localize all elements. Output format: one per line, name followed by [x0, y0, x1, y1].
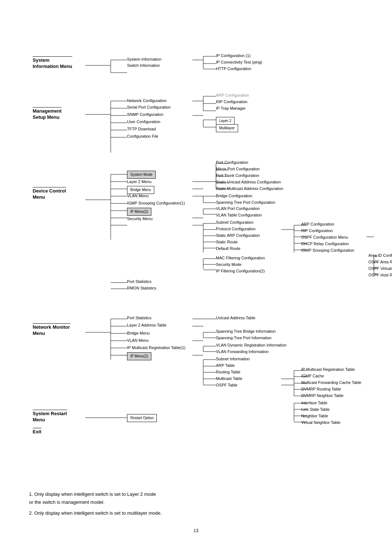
ospf-table-node: OSPF Table	[216, 382, 237, 388]
ospf-area-range-node: OSPF Area Range Configuration	[368, 259, 392, 265]
configuration-file-node: Configuration File	[127, 134, 158, 139]
protocol-configuration-node: Protocol Configuration	[216, 226, 256, 232]
mac-filtering-node: MAC Filtering Configuration	[216, 255, 265, 261]
port-stats-dc-area: Port Statistics	[127, 279, 151, 284]
subnet-information-node: Subnet Information	[216, 356, 250, 362]
user-configuration-node: User Configuration	[127, 119, 160, 125]
ip-menu2-dc-node: IP Menu(2)	[127, 208, 151, 216]
ip-trap-manager-node: IP Trap Manager	[216, 106, 246, 111]
spanning-tree-bridge-info-node: Spanning Tree Bridge Information	[216, 329, 276, 334]
igmp-snooping-config-node: IGMP Snooping Configuration	[301, 248, 354, 253]
ip-multicast-reg-table-node: IP Multicast Registration Table	[301, 367, 355, 372]
multilayer-box-node: Multilayer	[216, 124, 238, 132]
dvmrp-neighbor-table-node: DVMRP Neighbor Table	[301, 393, 343, 398]
http-configuration-node: HTTP Configuration	[216, 66, 251, 72]
system-mode-node: System Mode	[127, 171, 156, 179]
snmp-communities-node: RIP Configuration	[216, 99, 248, 105]
routing-table-node: Routing Table	[216, 369, 240, 375]
ospf-host-route-node: OSPF Host Route Configuration	[368, 272, 392, 278]
ip-menu2-nm-node: IP Menu(2)	[127, 352, 151, 360]
system-information-node: System Information	[127, 57, 162, 62]
neighbor-table-node: Neighbor Table	[301, 413, 328, 419]
vlan-forwarding-info-node: VLAN Forwarding Information	[216, 349, 269, 355]
bridge-configuration-node: Bridge Configuration	[216, 193, 252, 199]
layer2-box-node: Layer 2	[216, 117, 234, 125]
svg-line-76	[192, 203, 216, 276]
tftp-download-node: TFTP Download	[127, 126, 156, 132]
security-menu-node: Security Menu	[127, 216, 152, 222]
static-unicast-address-node: Static Unicast Address Configuration	[216, 179, 281, 185]
vlan-dynamic-reg-node: VLAN Dynamic Registration Information	[216, 343, 286, 348]
diagram: System Information Menu ManagementSetup …	[15, 22, 377, 487]
vlan-table-configuration-node: VLAN Table Configuration	[216, 212, 262, 218]
spanning-tree-port-info-node: Spanning Tree Port Information	[216, 335, 271, 341]
page: System Information Menu ManagementSetup …	[0, 0, 392, 555]
spanning-tree-port-config-node: Spanning Tree Port Configuration	[216, 200, 275, 205]
security-mode-node: Security Mode	[216, 262, 241, 267]
serial-port-configuration-node: Serial Port Configuration	[127, 105, 171, 110]
area-id-configuration-node: Area ID Configuration	[368, 253, 392, 258]
static-multicast-address-node: Static Multicast Address Configuration	[216, 186, 283, 191]
virtual-neighbor-table-node: Virtual Neighbor Table	[301, 420, 340, 425]
switch-information-node: Switch Information	[127, 63, 160, 68]
ip-filtering-node: IP Filtering Configuration(2)	[216, 268, 265, 274]
port-configuration-node: Port Configuration	[216, 160, 248, 165]
subnet-configuration-node: Subnet Configuration	[216, 220, 253, 225]
igmp-cache-node: IGMP Cache	[301, 373, 324, 379]
page-number: 13	[15, 528, 377, 533]
ip-configuration-node: IP Configuration (1)	[216, 53, 250, 58]
footnote-2: 2. Only display when intelligent switch …	[29, 509, 377, 517]
static-route-node: Static Route	[216, 239, 238, 245]
bridge-menu-dc-node: Bridge Menu	[127, 186, 154, 194]
port-trunk-configuration-node: Port Trunk Configuration	[216, 173, 259, 178]
interface-table-node: Interface Table	[301, 400, 327, 406]
rmon-stats-node: RMON Statistics	[127, 285, 156, 291]
vlan-menu-nm-node: VLAN Menu	[127, 338, 148, 343]
link-state-table-node: Link State Table	[301, 407, 330, 412]
vlan-menu-dc-node: VLAN Menu	[127, 193, 148, 199]
ospf-virtual-link-node: OSPF Virtual Link Configuration	[368, 266, 392, 271]
arp-table-node: ARP Table	[216, 363, 235, 368]
igmp-snooping-node: IGMP Snooping Configuration(1)	[127, 200, 185, 206]
ospf-config-menu-node: OSPF Configuration Menu	[301, 235, 348, 240]
network-configuration-node: Network Configuration	[127, 98, 167, 104]
arp-configuration-node: ARP Configuration	[301, 222, 334, 227]
exit-label: Exit	[33, 428, 41, 434]
multicast-table-node: Multicast Table	[216, 376, 242, 381]
vlan-port-configuration-node: VLAN Port Configuration	[216, 206, 260, 211]
bridge-menu-nm-node: Bridge Menu	[127, 331, 150, 336]
default-route-node: Default Route	[216, 246, 240, 251]
system-restart-menu-label: System RestartMenu	[33, 410, 67, 423]
network-monitor-menu-label: Network MonitorMenu	[33, 323, 70, 337]
footnotes-section: 1. Only display when intelligent switch …	[15, 490, 377, 517]
system-info-menu-label: System Information Menu	[33, 56, 72, 70]
unicast-address-table-node: Unicast Address Table	[216, 315, 256, 321]
footnote-1: 1. Only display when intelligent switch …	[29, 490, 377, 506]
mirror-port-configuration-node: Mirror Port Configuration	[216, 166, 260, 172]
restart-option-node: Restart Option	[127, 414, 157, 422]
rip-configuration-node: RIP Configuration	[301, 228, 333, 234]
ip-connectivity-test-node: IP Connectivity Test (ping)	[216, 60, 262, 65]
static-arp-configuration-node: Static ARP Configuration	[216, 233, 260, 238]
send-auth-fail-traps-node: ARP Configuration	[216, 93, 249, 98]
layer2-address-table-node: Layer 2 Address Table	[127, 323, 167, 328]
snmp-configuration-node: SNMP Configuration	[127, 112, 163, 117]
multicast-forwarding-cache-node: Multicast Forwarding Cache Table	[301, 380, 361, 385]
management-setup-menu-label: ManagementSetup Menu	[33, 107, 61, 121]
dvmrp-routing-table-node: DVMRP Routing Table	[301, 386, 341, 392]
dhcp-relay-configuration-node: DHCP Relay Configuration	[301, 241, 349, 247]
ip-multicast-reg-node: IP Multicast Registration Table(1)	[127, 345, 185, 351]
layer2-menu-node: Layer 2 Menu	[127, 179, 151, 185]
device-control-menu-label: Device ControlMenu	[33, 187, 66, 200]
port-stats-nm-node: Port Statistics	[127, 315, 151, 321]
